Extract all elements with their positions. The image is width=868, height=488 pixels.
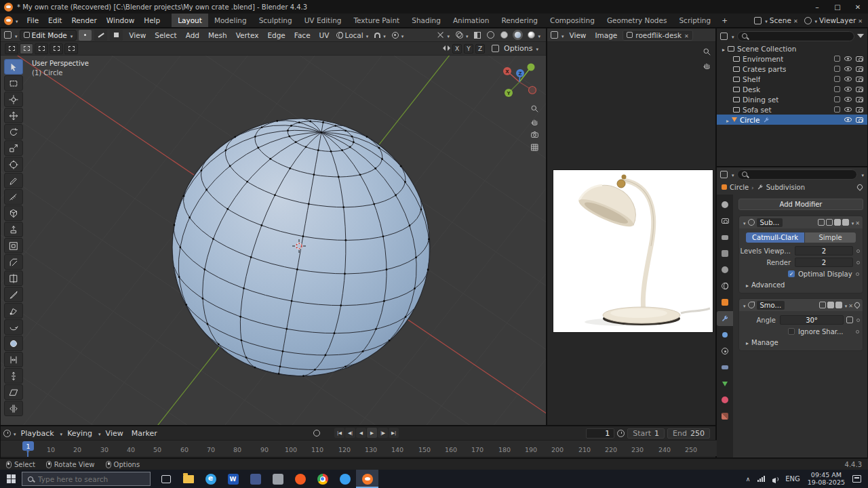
tool-smooth[interactable] [4,336,23,351]
clock[interactable]: 09:45 AM19-08-2025 [808,472,845,487]
animate-dot-icon[interactable] [856,249,860,253]
animate-dot-icon[interactable] [856,261,860,264]
tab-texture-paint[interactable]: Texture Paint [347,14,406,27]
outliner-row-collection[interactable]: Enviroment [717,54,867,64]
next-keyframe-button[interactable] [378,428,388,438]
tool-bevel[interactable] [4,254,23,270]
realtime-toggle[interactable] [834,219,841,226]
expand-icon[interactable] [722,45,725,53]
tab-modifiers[interactable] [717,311,733,326]
outliner-row-scene-collection[interactable]: Scene Collection [717,43,867,54]
current-frame-field[interactable]: 1 [586,428,614,439]
playhead[interactable]: 1 [22,441,34,451]
filter-icon[interactable] [857,34,864,38]
outliner-row-collection[interactable]: Desk [717,84,867,94]
tool-extrude-region[interactable] [4,222,23,237]
outliner-search[interactable] [737,31,854,41]
tool-add-cube[interactable] [4,205,23,221]
end-frame-field[interactable]: End250 [667,428,710,439]
add-modifier-button[interactable]: Add Modifier [738,199,863,210]
pin-icon[interactable] [853,301,861,308]
tab-rendering[interactable]: Rendering [495,14,544,27]
app-button-3[interactable] [334,470,356,488]
menu-file[interactable]: File [22,14,44,27]
menu-image[interactable]: Image [591,31,620,39]
file-explorer-button[interactable] [177,470,199,488]
select-mode-face-button[interactable] [110,30,123,41]
menu-edge[interactable]: Edge [264,31,288,39]
scene-name[interactable]: Scene [770,16,791,24]
select-mode-intersect-button[interactable] [64,43,78,54]
zoom-icon[interactable] [530,104,539,113]
start-frame-field[interactable]: Start1 [627,428,665,439]
catmull-clark-button[interactable]: Catmull-Clark [746,232,804,243]
exclude-checkbox[interactable] [834,56,840,62]
unlink-scene-icon[interactable] [793,16,798,24]
tab-constraints[interactable] [717,360,733,375]
shading-material-button[interactable] [512,30,524,41]
unlink-image-icon[interactable] [684,31,689,39]
render-toggle[interactable] [835,302,842,308]
extras-chevron-icon[interactable] [850,219,854,226]
tool-select-box[interactable] [4,75,23,91]
modifier-name-field[interactable]: Sub... [757,218,783,227]
outliner-row-collection[interactable]: Crates parts [717,64,867,74]
menu-vertex[interactable]: Vertex [233,31,262,39]
tab-tool[interactable] [717,197,733,212]
jump-to-end-button[interactable] [389,428,399,438]
app-button-1[interactable] [244,470,267,488]
menu-view[interactable]: View [566,31,590,39]
tool-poly-build[interactable] [4,303,23,319]
tool-transform[interactable] [4,157,23,172]
task-view-button[interactable] [155,470,177,488]
tool-shrink-fatten[interactable] [4,368,23,384]
render-camera-icon[interactable] [856,97,863,102]
editor-type-icon[interactable] [4,31,12,39]
active-tool-icon-button[interactable] [5,43,18,54]
render-camera-icon[interactable] [856,77,863,82]
tab-scripting[interactable]: Scripting [673,14,717,27]
tool-measure[interactable] [4,189,23,205]
tool-loop-cut[interactable] [4,270,23,286]
show-overlays-toggle[interactable] [454,30,471,41]
pin-icon[interactable] [856,183,863,190]
modifier-header[interactable]: Smo... [739,299,863,311]
orthographic-grid-icon[interactable] [530,143,539,152]
start-button[interactable] [0,470,22,488]
mode-dropdown[interactable]: Edit Mode [20,30,77,41]
outliner-row-collection[interactable]: Sofa set [717,104,867,115]
collapse-chevron-icon[interactable] [742,219,746,226]
hide-eye-icon[interactable] [844,77,852,81]
play-reverse-button[interactable] [356,428,366,438]
editor-type-icon[interactable] [3,430,11,437]
exclude-checkbox[interactable] [834,76,840,82]
modifier-name-field[interactable]: Smo... [757,301,785,310]
show-gizmo-toggle[interactable] [435,30,452,41]
menu-edit[interactable]: Edit [43,14,66,27]
shading-solid-button[interactable] [498,30,510,41]
reference-image[interactable] [553,170,713,332]
exclude-checkbox[interactable] [834,96,840,102]
unlink-viewlayer-icon[interactable] [858,16,863,24]
driver-icon[interactable] [846,317,853,323]
select-mode-set-button[interactable] [20,43,33,54]
render-value-field[interactable]: 2 [795,258,853,267]
tab-render[interactable] [717,214,733,228]
tool-knife[interactable] [4,287,23,302]
tool-spin[interactable] [4,319,23,335]
tab-compositing[interactable]: Compositing [544,14,601,27]
zoom-icon[interactable] [703,47,711,56]
tool-annotate[interactable] [4,173,23,188]
tool-inset-faces[interactable] [4,238,23,253]
breadcrumb-object[interactable]: Circle [730,184,749,191]
edit-mode-toggle[interactable] [826,219,833,226]
manage-subpanel[interactable]: Manage [739,337,863,348]
edit-mode-toggle[interactable] [819,302,826,308]
realtime-toggle[interactable] [827,302,834,308]
hide-eye-icon[interactable] [844,107,852,112]
tab-animation[interactable]: Animation [447,14,496,27]
expand-icon[interactable] [726,116,729,124]
select-mode-subtract-button[interactable] [50,43,63,54]
viewport-canvas[interactable] [1,56,546,425]
simple-button[interactable]: Simple [804,232,856,243]
